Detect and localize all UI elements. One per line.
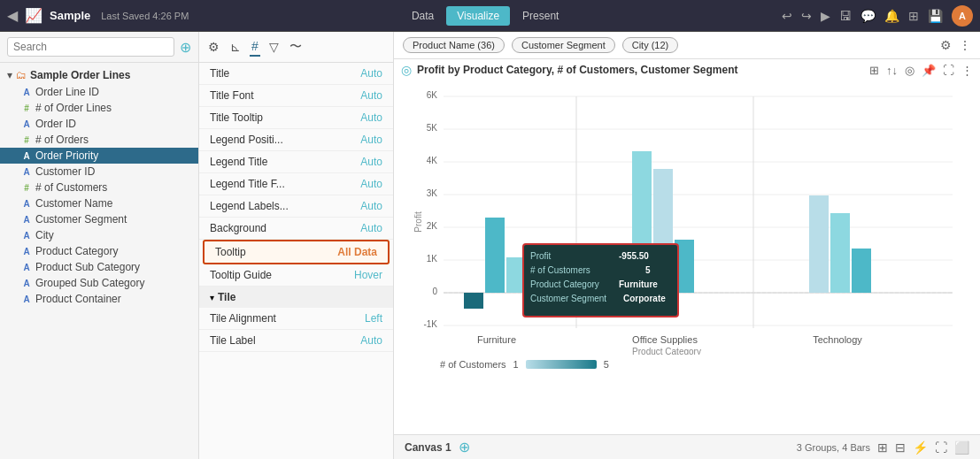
list-item[interactable]: A Product Sub Category [0, 259, 198, 275]
trend-tab-icon[interactable]: 〜 [288, 37, 304, 57]
target-icon[interactable]: ◎ [905, 64, 914, 77]
add-canvas-icon[interactable]: ⊕ [459, 439, 470, 455]
item-label: Product Sub Category [35, 261, 140, 273]
chart-header-icons: ⚙ ⋮ [940, 38, 971, 52]
chart-type-icon: ◎ [401, 63, 412, 77]
sidebar: ⊕ ▾ 🗂 Sample Order Lines A Order Line ID… [0, 32, 199, 459]
tile-section-header[interactable]: ▾ Tile [199, 287, 393, 308]
list-item[interactable]: A Product Container [0, 291, 198, 307]
type-alpha-icon: A [21, 231, 32, 241]
kebab-icon[interactable]: ⋮ [961, 64, 973, 77]
layout-tab-icon[interactable]: ⊾ [228, 38, 243, 56]
row-value[interactable]: Hover [354, 269, 382, 281]
list-item[interactable]: A Product Category [0, 243, 198, 259]
comment-icon[interactable]: 💬 [860, 9, 876, 23]
bar-tech-corporate[interactable] [830, 213, 850, 293]
bar-tech-consumer[interactable] [809, 195, 829, 293]
tab-data[interactable]: Data [401, 6, 444, 26]
sort-icon[interactable]: ⊞ [869, 64, 879, 77]
bar-furniture-corporate[interactable] [464, 293, 483, 309]
pin-icon[interactable]: 📌 [922, 64, 936, 77]
panel-row-title-font: Title Font Auto [199, 85, 393, 107]
hash-tab-icon[interactable]: # [250, 37, 260, 57]
swap-icon[interactable]: ↑↓ [886, 64, 898, 77]
customer-segment-chip[interactable]: Customer Segment [512, 37, 615, 53]
export-icon[interactable]: 💾 [928, 9, 943, 23]
section-label: Tile [218, 291, 235, 303]
footer-flash-icon[interactable]: ⚡ [913, 440, 928, 455]
tab-present[interactable]: Present [512, 6, 569, 26]
row-value[interactable]: Auto [360, 89, 382, 102]
row-value[interactable]: Left [365, 312, 382, 325]
list-item[interactable]: A Customer ID [0, 164, 198, 180]
footer-expand-icon[interactable]: ⛶ [935, 440, 947, 455]
list-item[interactable]: A Customer Segment [0, 211, 198, 227]
settings-tab-icon[interactable]: ⚙ [206, 38, 221, 56]
list-item[interactable]: A Grouped Sub Category [0, 275, 198, 291]
row-value[interactable]: Auto [360, 67, 382, 80]
list-item[interactable]: # # of Orders [0, 132, 198, 148]
row-label: Tooltip Guide [210, 269, 354, 281]
row-label: Background [210, 222, 360, 234]
row-value[interactable]: Auto [360, 222, 382, 234]
row-value[interactable]: Auto [360, 134, 382, 146]
row-value[interactable]: Auto [360, 334, 382, 347]
chart-footer: Canvas 1 ⊕ 3 Groups, 4 Bars ⊞ ⊟ ⚡ ⛶ ⬜ [394, 434, 980, 459]
play-icon[interactable]: ▶ [821, 9, 830, 23]
expand-icon[interactable]: ⛶ [943, 64, 954, 77]
list-item[interactable]: A Order Line ID [0, 84, 198, 100]
panel-row-legend-title: Legend Title Auto [199, 151, 393, 173]
back-button[interactable]: ◀ [7, 7, 18, 24]
city-chip[interactable]: City (12) [622, 37, 679, 53]
main-content: ⊕ ▾ 🗂 Sample Order Lines A Order Line ID… [0, 32, 980, 459]
svg-text:Product Category: Product Category [632, 347, 701, 355]
canvas-label: Canvas 1 [405, 441, 451, 454]
search-add-icon[interactable]: ⊕ [180, 39, 191, 56]
row-value[interactable]: Auto [360, 156, 382, 168]
item-label: Customer ID [35, 165, 95, 178]
notify-icon[interactable]: 🔔 [884, 9, 899, 23]
list-item[interactable]: # # of Order Lines [0, 100, 198, 116]
tree-root-item[interactable]: ▾ 🗂 Sample Order Lines [0, 66, 198, 84]
row-value[interactable]: Auto [360, 178, 382, 190]
svg-text:0: 0 [432, 287, 437, 296]
svg-text:5: 5 [645, 265, 651, 275]
type-alpha-icon: A [21, 279, 32, 288]
filter-tab-icon[interactable]: ▽ [267, 38, 281, 56]
footer-layout-icon[interactable]: ⊞ [877, 440, 888, 455]
svg-text:Customer Segment: Customer Segment [530, 294, 606, 303]
item-label: City [35, 229, 54, 241]
type-alpha-icon: A [21, 247, 32, 256]
embed-icon[interactable]: ⊞ [908, 9, 919, 23]
panel-row-tile-align: Tile Alignment Left [199, 308, 393, 330]
footer-collapse-icon[interactable]: ⬜ [954, 440, 969, 455]
list-item[interactable]: A City [0, 227, 198, 243]
row-value[interactable]: All Data [337, 246, 377, 258]
row-label: Tile Alignment [210, 312, 365, 325]
saved-status: Last Saved 4:26 PM [101, 11, 189, 21]
bar-tech-small-biz[interactable] [852, 249, 871, 293]
user-avatar[interactable]: A [952, 5, 973, 27]
search-input[interactable] [7, 37, 174, 57]
row-label: Title [210, 67, 360, 80]
list-item-order-priority[interactable]: A Order Priority [0, 148, 198, 164]
list-item[interactable]: A Order ID [0, 116, 198, 132]
type-alpha-icon: A [21, 263, 32, 272]
svg-text:Technology: Technology [813, 334, 862, 345]
svg-text:3K: 3K [427, 188, 438, 198]
row-value[interactable]: Auto [360, 111, 382, 124]
undo-icon[interactable]: ↩ [782, 9, 792, 23]
more-icon[interactable]: ⋮ [959, 38, 971, 52]
redo-icon[interactable]: ↪ [801, 9, 812, 23]
filter-icon[interactable]: ⚙ [940, 38, 952, 52]
chart-stats: 3 Groups, 4 Bars [797, 442, 870, 453]
list-item[interactable]: # # of Customers [0, 180, 198, 195]
tab-visualize[interactable]: Visualize [446, 6, 510, 26]
row-value[interactable]: Auto [360, 200, 382, 212]
tree-caret-icon: ▾ [7, 69, 12, 81]
product-name-chip[interactable]: Product Name (36) [403, 37, 505, 53]
bar-furniture-consumer[interactable] [485, 218, 505, 293]
list-item[interactable]: A Customer Name [0, 195, 198, 211]
footer-grid-icon[interactable]: ⊟ [895, 440, 906, 455]
save-icon[interactable]: 🖫 [839, 9, 852, 23]
